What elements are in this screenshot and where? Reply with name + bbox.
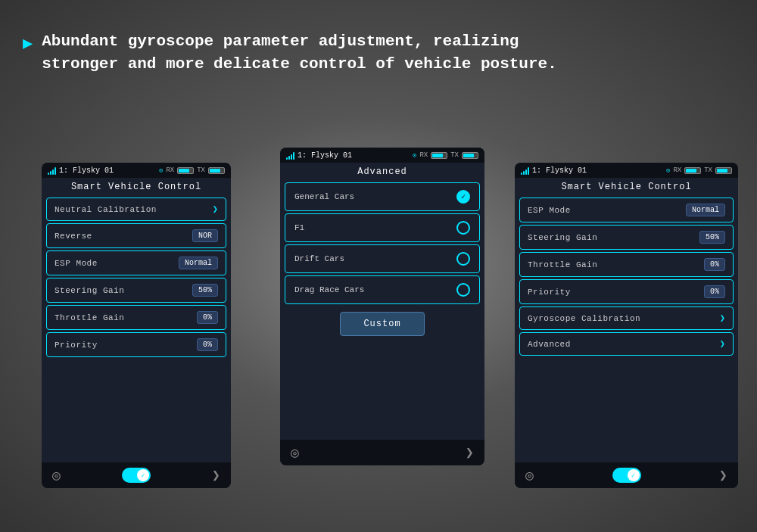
custom-button[interactable]: Custom [340,312,424,336]
header-line2: stronger and more delicate control of ve… [42,55,557,73]
row-label: Steering Gain [528,233,597,242]
rx-battery-right [684,167,701,174]
status-bar-middle: 1: Flysky 01 ⊙ RX TX [280,148,484,163]
row-label: Priority [528,288,571,297]
device-right: 1: Flysky 01 ⊙ RX TX Smart Vehicle Contr… [515,163,738,488]
rx-label-left: RX [166,166,174,174]
tx-label-right: TX [704,166,712,174]
row-value: 0% [197,311,218,324]
headphone-icon-right[interactable]: ◎ [525,467,534,484]
check-icon: ✓ [141,471,145,480]
row-steering-gain-r[interactable]: Steering Gain 50% [519,225,734,250]
toggle-left[interactable]: ✓ [122,468,151,483]
gps-icon-right: ⊙ [666,166,670,175]
bottom-bar-left: ◎ ✓ ❮ [42,462,231,488]
option-label: F1 [294,223,304,232]
row-label: Reverse [55,232,92,241]
back-icon-left[interactable]: ❮ [212,467,220,484]
rx-label-middle: RX [419,151,428,159]
radio-unselected [456,221,470,235]
row-value: NOR [192,229,218,242]
row-label: ESP Mode [528,206,571,215]
header-section: ▶ Abundant gyroscope parameter adjustmen… [23,30,557,76]
option-label: General Cars [294,192,354,201]
option-general-cars[interactable]: General Cars ✓ [285,182,480,211]
row-gyroscope-calibration[interactable]: Gyroscope Calibration ❯ [519,306,734,330]
row-throttle-gain-r[interactable]: Throttle Gain 0% [519,252,734,277]
device-name-middle: 1: Flysky 01 [298,151,352,160]
header-line1: Abundant gyroscope parameter adjustment,… [42,33,519,50]
row-value: Normal [179,257,218,269]
row-steering-gain[interactable]: Steering Gain 50% [46,278,226,303]
radio-selected: ✓ [456,190,470,204]
signal-icon-left [48,166,56,175]
bottom-bar-middle: ◎ ❮ [280,440,484,465]
option-f1[interactable]: F1 [285,213,480,242]
tx-label-left: TX [197,166,205,174]
tx-battery-right [715,167,732,174]
header-content: Abundant gyroscope parameter adjustment,… [42,30,557,76]
row-label: Gyroscope Calibration [528,314,640,323]
check-icon: ✓ [631,471,635,480]
row-advanced[interactable]: Advanced ❯ [519,332,734,356]
screen-title-middle: Advanced [280,163,484,180]
row-label: Steering Gain [55,286,124,295]
row-reverse[interactable]: Reverse NOR [46,223,226,248]
toggle-circle: ✓ [628,469,640,481]
device-name-left: 1: Flysky 01 [59,166,114,175]
device-left: 1: Flysky 01 ⊙ RX TX Smart Vehicle Contr… [42,163,231,488]
row-esp-mode-r[interactable]: ESP Mode Normal [519,198,734,222]
row-value: 0% [704,258,725,271]
status-bar-right: 1: Flysky 01 ⊙ RX TX [515,163,738,178]
headphone-icon-left[interactable]: ◎ [52,467,61,484]
toggle-circle: ✓ [137,469,149,481]
option-label: Drag Race Cars [294,285,364,294]
signal-icon-middle [286,151,294,160]
screen-title-right: Smart Vehicle Control [515,178,738,195]
device-middle: 1: Flysky 01 ⊙ RX TX Advanced General Ca… [280,148,484,465]
row-label: Throttle Gain [528,260,597,269]
gps-icon-middle: ⊙ [413,151,416,160]
option-drag-race-cars[interactable]: Drag Race Cars [285,275,480,304]
tx-battery-left [208,167,225,174]
row-throttle-gain[interactable]: Throttle Gain 0% [46,305,226,330]
row-label: Priority [55,341,98,350]
rx-label-right: RX [673,166,681,174]
row-value: 50% [192,284,218,297]
arrow-icon: ▶ [23,33,33,54]
row-value: 0% [704,285,725,298]
bottom-bar-right: ◎ ✓ ❮ [515,462,738,488]
tx-battery-middle [462,152,478,159]
toggle-right[interactable]: ✓ [612,468,641,483]
row-label: Advanced [528,340,571,349]
headphone-icon-middle[interactable]: ◎ [291,444,299,461]
back-icon-middle[interactable]: ❮ [466,444,474,461]
chevron-icon: ❯ [720,338,725,350]
rx-battery-left [177,167,194,174]
status-bar-left: 1: Flysky 01 ⊙ RX TX [42,163,231,178]
gps-icon-left: ⊙ [159,166,163,175]
row-esp-mode[interactable]: ESP Mode Normal [46,250,226,275]
radio-unselected [456,283,470,297]
row-label: ESP Mode [55,259,98,268]
tx-label-middle: TX [450,151,459,159]
check-icon: ✓ [461,192,466,201]
row-priority-r[interactable]: Priority 0% [519,279,734,304]
row-value: 50% [699,231,725,244]
option-label: Drift Cars [294,254,344,263]
chevron-icon: ❯ [720,313,725,324]
option-drift-cars[interactable]: Drift Cars [285,244,480,273]
row-value: 0% [197,338,218,351]
device-name-right: 1: Flysky 01 [532,166,587,175]
row-label: Neutral Calibration [55,205,157,214]
row-neutral-calibration[interactable]: Neutral Calibration ❯ [46,198,226,221]
radio-unselected [456,252,470,266]
rx-battery-middle [431,152,447,159]
chevron-icon: ❯ [213,204,218,215]
row-priority[interactable]: Priority 0% [46,332,226,357]
row-value: Normal [686,204,725,216]
screen-title-left: Smart Vehicle Control [42,178,231,195]
signal-icon-right [521,166,529,175]
row-label: Throttle Gain [55,313,124,322]
back-icon-right[interactable]: ❮ [719,467,727,484]
